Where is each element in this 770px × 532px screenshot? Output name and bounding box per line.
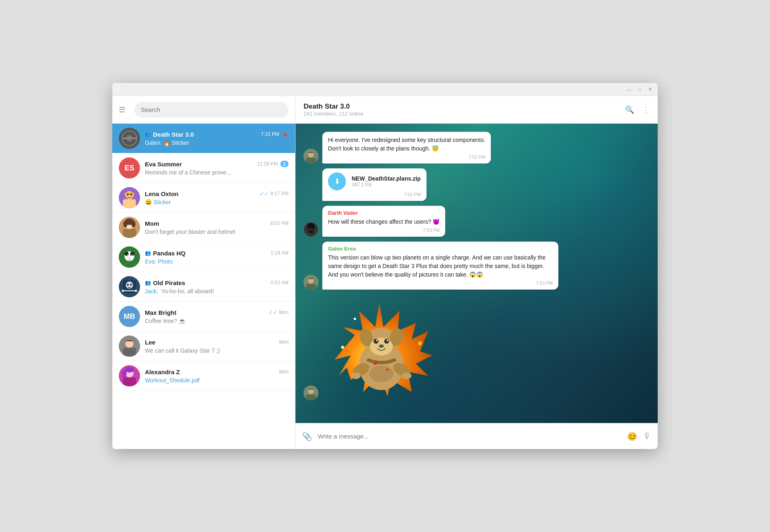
svg-rect-37 — [123, 348, 136, 357]
chat-name-mom: Mom — [145, 220, 159, 227]
pin-icon: 📌 — [280, 129, 290, 139]
chat-name-old-pirates: 👥 Old Pirates — [145, 279, 185, 286]
message-time-1: 7:52 PM — [328, 155, 485, 159]
svg-point-67 — [376, 340, 378, 341]
svg-point-33 — [122, 290, 124, 292]
svg-point-73 — [402, 373, 411, 379]
app-window: — □ ✕ ☰ — [112, 83, 658, 449]
file-info: NEW_DeathStar.plans.zip 387.1 KB — [352, 175, 421, 188]
chat-item-eva-summer[interactable]: ES Eva Summer 11:28 PM 2 Reminds me of a… — [112, 153, 295, 183]
svg-point-24 — [127, 255, 129, 256]
message-text-1: Hi everyone. I've redesigned some key st… — [328, 136, 485, 153]
chat-name-lee: Lee — [145, 339, 155, 346]
message-bubble-1: Hi everyone. I've redesigned some key st… — [322, 132, 491, 164]
chat-item-max-bright[interactable]: MB Max Bright ✓✓ Mon Coffee time? ☕ — [112, 302, 295, 331]
chat-time-lena-oxton: 9:17 PM — [270, 191, 289, 196]
message-row-sticker — [304, 294, 650, 400]
avatar-max-bright: MB — [119, 306, 140, 327]
file-download-icon[interactable]: ⬇ — [328, 172, 346, 190]
message-avatar-galen-1 — [304, 149, 318, 164]
search-icon[interactable]: 🔍 — [625, 105, 634, 114]
minimize-button[interactable]: — — [626, 87, 632, 92]
chat-item-death-star[interactable]: 👥 Death Star 3.0 7:15 PM 📌 Galen: 🔥 Stic… — [112, 124, 295, 153]
avatar-eva-summer: ES — [119, 157, 140, 179]
svg-point-17 — [131, 221, 136, 227]
search-input[interactable] — [141, 106, 282, 113]
file-name: NEW_DeathStar.plans.zip — [352, 175, 421, 182]
svg-rect-45 — [306, 158, 316, 164]
chat-preview-lee: We can call it Galaxy Star 7 ;) — [145, 347, 289, 354]
close-button[interactable]: ✕ — [647, 87, 653, 92]
chat-time-alexandra-z: Mon — [279, 369, 289, 375]
chat-info-eva-summer: Eva Summer 11:28 PM 2 Reminds me of a Ch… — [145, 161, 289, 176]
svg-point-26 — [128, 257, 131, 259]
chat-item-lee[interactable]: Lee Mon We can call it Galaxy Star 7 ;) — [112, 331, 295, 361]
chat-header-info: Death Star 3.0 242 members, 112 online — [304, 102, 625, 117]
badge-eva-summer: 2 — [280, 161, 289, 167]
svg-point-65 — [374, 339, 378, 344]
hamburger-icon[interactable]: ☰ — [119, 105, 129, 114]
double-check-lena: ✓✓ — [260, 191, 269, 197]
svg-point-72 — [351, 373, 361, 379]
message-bubble-4: Galen Erso This version can blow up two … — [322, 242, 558, 290]
avatar-lena-oxton — [119, 187, 140, 208]
message-row-4: Galen Erso This version can blow up two … — [304, 242, 650, 290]
chat-item-alexandra-z[interactable]: Alexandra Z Mon Workout_Shedule.pdf — [112, 361, 295, 391]
maximize-button[interactable]: □ — [637, 87, 642, 92]
file-bubble: ⬇ NEW_DeathStar.plans.zip 387.1 KB — [328, 172, 421, 190]
message-time-2: 7:52 PM — [328, 192, 421, 197]
chat-item-old-pirates[interactable]: 👥 Old Pirates 0:02 AM Jack: Yo-ho-ho, al… — [112, 272, 295, 302]
chat-title: Death Star 3.0 — [304, 102, 625, 111]
file-size: 387.1 KB — [352, 182, 421, 188]
chat-header: Death Star 3.0 242 members, 112 online 🔍… — [295, 96, 658, 124]
attach-icon[interactable]: 📎 — [302, 432, 312, 441]
message-time-3: 7:53 PM — [328, 228, 440, 233]
avatar-lee — [119, 336, 140, 357]
chat-item-lena-oxton[interactable]: Lena Oxton ✓✓ 9:17 PM 😄 Sticker — [112, 183, 295, 213]
svg-rect-51 — [309, 229, 311, 230]
message-bubble-3: Darth Vader How will these changes affec… — [322, 206, 445, 237]
avatar-death-star — [119, 128, 140, 149]
svg-point-77 — [354, 318, 356, 320]
message-row-2: ⬇ NEW_DeathStar.plans.zip 387.1 KB 7:52 … — [304, 168, 650, 201]
svg-rect-6 — [123, 199, 136, 208]
svg-point-75 — [341, 346, 344, 349]
chat-item-mom[interactable]: Mom 8:02 PM Don't forget your blaster an… — [112, 213, 295, 242]
svg-rect-58 — [306, 395, 316, 400]
chat-time-lee: Mon — [279, 339, 289, 345]
main-content: ☰ — [112, 96, 658, 449]
chat-preview-old-pirates: Jack: Yo-ho-ho, all aboard! — [145, 288, 289, 294]
chat-info-old-pirates: 👥 Old Pirates 0:02 AM Jack: Yo-ho-ho, al… — [145, 279, 289, 294]
chat-time-eva-summer: 11:28 PM — [257, 161, 278, 167]
chat-header-actions: 🔍 ⋮ — [625, 105, 650, 114]
svg-point-25 — [131, 255, 133, 256]
input-bar: 📎 😊 🎙 — [295, 423, 658, 449]
chat-subtitle: 242 members, 112 online — [304, 111, 625, 117]
svg-point-69 — [379, 344, 384, 348]
chat-time-death-star: 7:15 PM — [261, 131, 279, 137]
svg-point-79 — [386, 368, 389, 371]
svg-point-42 — [122, 369, 127, 377]
chat-item-pandas-hq[interactable]: 👥 Pandas HQ 1:14 AM Eva: Photo — [112, 242, 295, 272]
more-options-icon[interactable]: ⋮ — [642, 105, 650, 114]
emoji-icon[interactable]: 😊 — [627, 432, 637, 441]
search-box[interactable] — [134, 102, 289, 118]
chat-time-mom: 8:02 PM — [270, 220, 289, 226]
sidebar-header: ☰ — [112, 96, 295, 124]
svg-point-74 — [369, 366, 394, 382]
chat-info-lee: Lee Mon We can call it Galaxy Star 7 ;) — [145, 339, 289, 354]
message-avatar-darth — [304, 222, 318, 237]
avatar-old-pirates — [119, 276, 140, 297]
avatar-alexandra-z — [119, 365, 140, 386]
messages-area: Hi everyone. I've redesigned some key st… — [295, 124, 658, 423]
voice-icon[interactable]: 🎙 — [643, 432, 651, 441]
svg-rect-3 — [122, 137, 137, 139]
sidebar: ☰ — [112, 96, 295, 449]
message-bubble-file: ⬇ NEW_DeathStar.plans.zip 387.1 KB 7:52 … — [322, 168, 427, 201]
chat-info-pandas-hq: 👥 Pandas HQ 1:14 AM Eva: Photo — [145, 250, 289, 265]
message-input[interactable] — [318, 433, 621, 440]
chat-preview-death-star: Galen: 🔥 Sticker — [145, 140, 289, 146]
chat-name-lena-oxton: Lena Oxton — [145, 190, 179, 197]
svg-rect-40 — [123, 377, 136, 386]
svg-point-31 — [130, 284, 132, 286]
